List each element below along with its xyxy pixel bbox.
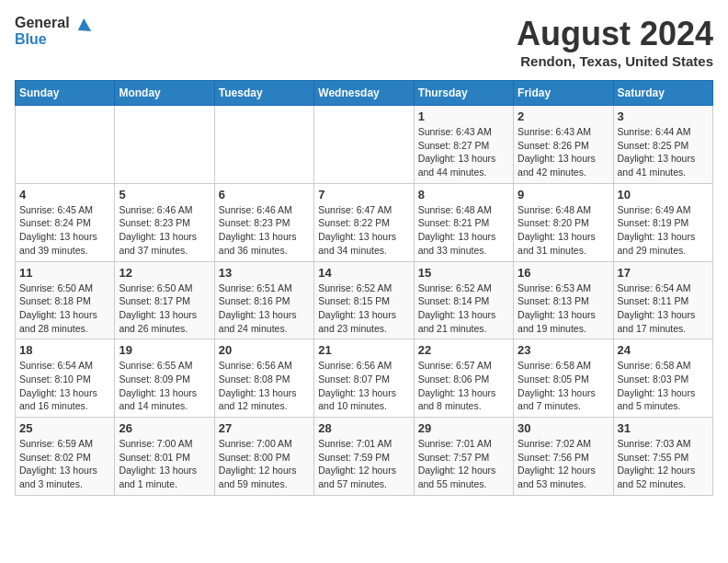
header-thursday: Thursday [414,81,513,106]
calendar-cell: 3Sunrise: 6:44 AMSunset: 8:25 PMDaylight… [613,106,712,184]
day-info: Sunrise: 6:48 AMSunset: 8:20 PMDaylight:… [518,203,609,258]
calendar-cell [115,106,214,184]
day-info: Sunrise: 6:58 AMSunset: 8:05 PMDaylight:… [518,359,609,413]
calendar-cell: 22Sunrise: 6:57 AMSunset: 8:06 PMDayligh… [414,339,513,418]
header-sunday: Sunday [16,81,115,106]
day-info: Sunrise: 6:55 AMSunset: 8:09 PMDaylight:… [119,359,210,413]
logo-general: General [15,15,70,30]
day-number: 24 [618,343,709,357]
day-info: Sunrise: 6:51 AMSunset: 8:16 PMDaylight:… [219,282,310,336]
day-info: Sunrise: 6:49 AMSunset: 8:19 PMDaylight:… [618,203,709,258]
calendar-week-2: 4Sunrise: 6:45 AMSunset: 8:24 PMDaylight… [16,183,713,261]
day-info: Sunrise: 6:43 AMSunset: 8:27 PMDaylight:… [418,125,509,179]
day-number: 13 [219,266,310,280]
calendar-cell: 19Sunrise: 6:55 AMSunset: 8:09 PMDayligh… [115,339,214,418]
day-info: Sunrise: 7:00 AMSunset: 8:00 PMDaylight:… [219,437,310,491]
day-number: 11 [19,266,110,280]
calendar-cell: 16Sunrise: 6:53 AMSunset: 8:13 PMDayligh… [514,261,613,339]
day-info: Sunrise: 6:46 AMSunset: 8:23 PMDaylight:… [219,203,310,258]
calendar-cell: 4Sunrise: 6:45 AMSunset: 8:24 PMDaylight… [16,183,115,261]
day-number: 15 [418,266,509,280]
header-monday: Monday [115,81,214,106]
header-friday: Friday [514,81,613,106]
day-number: 26 [119,421,210,435]
calendar-week-4: 18Sunrise: 6:54 AMSunset: 8:10 PMDayligh… [16,339,713,418]
calendar-header-row: Sunday Monday Tuesday Wednesday Thursday… [16,81,713,106]
day-info: Sunrise: 7:03 AMSunset: 7:55 PMDaylight:… [618,437,709,491]
header-tuesday: Tuesday [214,81,313,106]
day-info: Sunrise: 7:00 AMSunset: 8:01 PMDaylight:… [119,437,210,491]
day-info: Sunrise: 6:43 AMSunset: 8:26 PMDaylight:… [518,125,609,179]
calendar-cell: 23Sunrise: 6:58 AMSunset: 8:05 PMDayligh… [514,339,613,418]
calendar-cell: 14Sunrise: 6:52 AMSunset: 8:15 PMDayligh… [314,261,414,339]
day-info: Sunrise: 6:53 AMSunset: 8:13 PMDaylight:… [518,282,609,336]
calendar-cell: 30Sunrise: 7:02 AMSunset: 7:56 PMDayligh… [514,418,613,496]
day-number: 10 [618,188,709,201]
title-area: August 2024 Rendon, Texas, United States [517,15,713,69]
calendar-cell: 17Sunrise: 6:54 AMSunset: 8:11 PMDayligh… [613,261,712,339]
day-info: Sunrise: 6:54 AMSunset: 8:10 PMDaylight:… [19,359,110,413]
calendar-cell: 1Sunrise: 6:43 AMSunset: 8:27 PMDaylight… [414,106,513,184]
calendar-cell: 27Sunrise: 7:00 AMSunset: 8:00 PMDayligh… [214,418,313,496]
calendar-cell: 26Sunrise: 7:00 AMSunset: 8:01 PMDayligh… [115,418,214,496]
calendar-week-3: 11Sunrise: 6:50 AMSunset: 8:18 PMDayligh… [16,261,713,339]
calendar-subtitle: Rendon, Texas, United States [517,53,713,69]
calendar-cell: 10Sunrise: 6:49 AMSunset: 8:19 PMDayligh… [613,183,712,261]
logo-blue: Blue [15,31,47,47]
day-number: 21 [318,343,409,357]
calendar-cell: 12Sunrise: 6:50 AMSunset: 8:17 PMDayligh… [115,261,214,339]
calendar-week-5: 25Sunrise: 6:59 AMSunset: 8:02 PMDayligh… [16,418,713,496]
day-number: 22 [418,343,509,357]
calendar-cell: 29Sunrise: 7:01 AMSunset: 7:57 PMDayligh… [414,418,513,496]
calendar-cell: 9Sunrise: 6:48 AMSunset: 8:20 PMDaylight… [514,183,613,261]
day-number: 12 [119,266,210,280]
day-number: 30 [518,421,609,435]
calendar-cell [214,106,313,184]
calendar-cell: 24Sunrise: 6:58 AMSunset: 8:03 PMDayligh… [613,339,712,418]
logo: General Blue [15,15,92,47]
day-info: Sunrise: 6:46 AMSunset: 8:23 PMDaylight:… [119,203,210,258]
day-number: 19 [119,343,210,357]
calendar-cell: 7Sunrise: 6:47 AMSunset: 8:22 PMDaylight… [314,183,414,261]
calendar-cell: 13Sunrise: 6:51 AMSunset: 8:16 PMDayligh… [214,261,313,339]
day-number: 29 [418,421,509,435]
calendar-week-1: 1Sunrise: 6:43 AMSunset: 8:27 PMDaylight… [16,106,713,184]
day-number: 16 [518,266,609,280]
day-info: Sunrise: 7:02 AMSunset: 7:56 PMDaylight:… [518,437,609,491]
day-number: 5 [119,188,210,201]
page-header: General Blue August 2024 Rendon, Texas, … [15,15,713,69]
calendar-cell: 11Sunrise: 6:50 AMSunset: 8:18 PMDayligh… [16,261,115,339]
day-number: 17 [618,266,709,280]
day-number: 20 [219,343,310,357]
day-info: Sunrise: 6:50 AMSunset: 8:18 PMDaylight:… [19,282,110,336]
day-info: Sunrise: 6:58 AMSunset: 8:03 PMDaylight:… [618,359,709,413]
day-number: 31 [618,421,709,435]
svg-marker-0 [74,18,90,37]
day-number: 28 [318,421,409,435]
day-number: 6 [219,188,310,201]
header-wednesday: Wednesday [314,81,414,106]
day-info: Sunrise: 6:56 AMSunset: 8:07 PMDaylight:… [318,359,409,413]
logo-text: General Blue [15,15,70,47]
day-info: Sunrise: 7:01 AMSunset: 7:57 PMDaylight:… [418,437,509,491]
day-info: Sunrise: 6:59 AMSunset: 8:02 PMDaylight:… [19,437,110,491]
calendar-title: August 2024 [517,15,713,53]
day-info: Sunrise: 6:54 AMSunset: 8:11 PMDaylight:… [618,282,709,336]
calendar-cell: 18Sunrise: 6:54 AMSunset: 8:10 PMDayligh… [16,339,115,418]
calendar-cell [16,106,115,184]
calendar-table: Sunday Monday Tuesday Wednesday Thursday… [15,80,713,496]
day-info: Sunrise: 6:56 AMSunset: 8:08 PMDaylight:… [219,359,310,413]
day-info: Sunrise: 6:52 AMSunset: 8:14 PMDaylight:… [418,282,509,336]
logo-arrow-icon [74,18,92,37]
day-number: 23 [518,343,609,357]
day-info: Sunrise: 6:52 AMSunset: 8:15 PMDaylight:… [318,282,409,336]
calendar-cell: 28Sunrise: 7:01 AMSunset: 7:59 PMDayligh… [314,418,414,496]
calendar-cell: 21Sunrise: 6:56 AMSunset: 8:07 PMDayligh… [314,339,414,418]
day-info: Sunrise: 6:44 AMSunset: 8:25 PMDaylight:… [618,125,709,179]
calendar-cell: 5Sunrise: 6:46 AMSunset: 8:23 PMDaylight… [115,183,214,261]
calendar-cell: 31Sunrise: 7:03 AMSunset: 7:55 PMDayligh… [613,418,712,496]
day-number: 7 [318,188,409,201]
day-number: 9 [518,188,609,201]
calendar-cell: 25Sunrise: 6:59 AMSunset: 8:02 PMDayligh… [16,418,115,496]
day-number: 1 [418,109,509,123]
